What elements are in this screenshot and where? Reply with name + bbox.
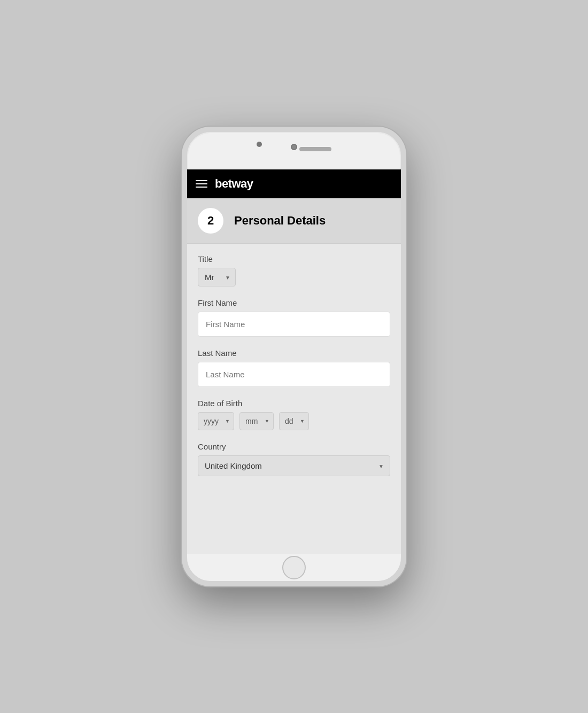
first-name-input[interactable] (198, 312, 390, 337)
phone-bottom (187, 554, 401, 581)
dob-day-wrapper: dd (279, 412, 309, 430)
country-select-wrapper: United Kingdom United States Ireland Aus… (198, 455, 390, 476)
hamburger-line-1 (196, 180, 207, 181)
step-number: 2 (198, 208, 223, 234)
dob-month-wrapper: mm (239, 412, 274, 430)
dob-row: yyyy mm dd (198, 412, 390, 430)
first-name-group: First Name (198, 298, 390, 337)
hamburger-line-2 (196, 183, 207, 184)
brand-logo: betway (215, 177, 253, 191)
phone-screen: betway 2 Personal Details Title Mr Mrs (187, 169, 401, 554)
hamburger-line-3 (196, 187, 207, 188)
dob-year-wrapper: yyyy (198, 412, 234, 430)
front-camera-icon (257, 142, 262, 147)
app-content: 2 Personal Details Title Mr Mrs Ms Dr (187, 198, 401, 554)
phone-frame: betway 2 Personal Details Title Mr Mrs (182, 127, 406, 586)
title-select[interactable]: Mr Mrs Ms Dr (198, 268, 236, 286)
camera-icon (291, 144, 297, 150)
last-name-group: Last Name (198, 348, 390, 387)
country-group: Country United Kingdom United States Ire… (198, 442, 390, 476)
last-name-input[interactable] (198, 362, 390, 387)
dob-month-select[interactable]: mm (239, 412, 274, 430)
form-content: Title Mr Mrs Ms Dr First Name (187, 244, 401, 501)
title-select-wrapper: Mr Mrs Ms Dr (198, 268, 236, 286)
home-button[interactable] (282, 556, 306, 579)
last-name-label: Last Name (198, 348, 390, 358)
country-select[interactable]: United Kingdom United States Ireland Aus… (198, 455, 390, 476)
step-title: Personal Details (234, 214, 326, 228)
dob-label: Date of Birth (198, 399, 390, 408)
country-label: Country (198, 442, 390, 451)
title-group: Title Mr Mrs Ms Dr (198, 254, 390, 286)
first-name-label: First Name (198, 298, 390, 307)
dob-day-select[interactable]: dd (279, 412, 309, 430)
dob-group: Date of Birth yyyy mm (198, 399, 390, 430)
title-label: Title (198, 254, 390, 264)
app-header: betway (187, 169, 401, 198)
menu-button[interactable] (196, 180, 207, 188)
dob-year-select[interactable]: yyyy (198, 412, 234, 430)
step-header: 2 Personal Details (187, 198, 401, 244)
speaker-icon (299, 147, 331, 151)
